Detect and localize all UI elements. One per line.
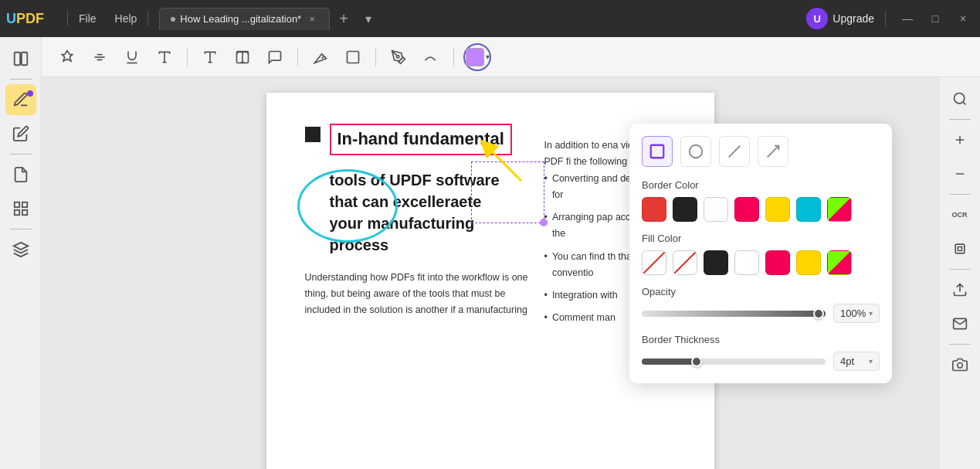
thickness-label: Border Thickness (642, 334, 880, 345)
color-dropdown-arrow: ▾ (486, 53, 490, 61)
underline-tool[interactable] (119, 44, 145, 70)
opacity-value-box[interactable]: 100% ▾ (833, 304, 880, 323)
comment-tool[interactable] (262, 44, 288, 70)
pen-tool[interactable] (385, 44, 412, 70)
sidebar-dot (27, 90, 33, 97)
border-color-multi[interactable] (827, 197, 852, 222)
file-menu[interactable]: File (73, 9, 103, 28)
color-picker-button[interactable]: ▾ (463, 43, 491, 71)
svg-rect-4 (14, 210, 19, 215)
right-sidebar: OCR (938, 77, 980, 469)
shape-selector-row (642, 136, 880, 167)
border-color-white[interactable] (704, 197, 728, 222)
border-color-yellow[interactable] (765, 197, 790, 222)
pdf-body: Understanding how PDFs fit into the work… (305, 270, 529, 319)
fill-color-white[interactable] (734, 250, 759, 275)
fill-color-transparent[interactable] (673, 250, 697, 275)
sidebar-item-organize[interactable] (5, 193, 36, 224)
tab-close-button[interactable]: × (306, 13, 318, 25)
border-color-pink[interactable] (734, 197, 759, 222)
svg-point-31 (957, 363, 962, 369)
fill-color-swatches (642, 250, 880, 275)
opacity-thumb[interactable] (813, 308, 824, 319)
ink-tool[interactable] (418, 44, 444, 70)
toolbar-divider-1 (187, 48, 188, 66)
tab-add-button[interactable]: + (333, 8, 354, 29)
toolbar-divider-3 (375, 48, 376, 66)
pdf-canvas[interactable]: In-hand fundamental tools of UPDF softwa… (42, 77, 938, 469)
mail-sidebar-icon[interactable] (944, 308, 975, 339)
fill-color-yellow[interactable] (796, 250, 821, 275)
sidebar-item-layers[interactable] (5, 234, 36, 265)
thickness-dropdown-arrow[interactable]: ▾ (869, 357, 873, 365)
fill-color-multi[interactable] (827, 250, 852, 275)
bullet-marker-1: • (544, 171, 548, 204)
maximize-button[interactable]: □ (924, 8, 946, 29)
sidebar-item-edit[interactable] (5, 118, 36, 149)
tab-dropdown-button[interactable]: ▾ (358, 8, 379, 29)
tab-area: How Leading ...gitalization* × + ▾ (159, 8, 800, 30)
sidebar-item-annotate[interactable] (5, 84, 36, 115)
upgrade-button[interactable]: U Upgrade (806, 8, 874, 29)
svg-line-23 (768, 146, 779, 158)
border-color-swatches (642, 197, 880, 222)
bullet-marker-3: • (544, 249, 548, 282)
pdf-left-column: In-hand fundamental tools of UPDF softwa… (305, 124, 529, 333)
ocr-sidebar-icon[interactable]: OCR (944, 199, 975, 230)
svg-point-24 (954, 93, 964, 104)
menu-bar: File Help (73, 9, 143, 28)
circle-shape-btn[interactable] (680, 136, 711, 167)
zoom-minus-sidebar-icon[interactable] (944, 158, 975, 189)
border-color-cyan[interactable] (796, 197, 821, 222)
help-menu[interactable]: Help (109, 9, 144, 28)
sidebar-item-pages[interactable] (5, 159, 36, 190)
logo-pdf: PDF (16, 11, 44, 26)
text-type-tool[interactable] (151, 44, 178, 70)
fill-color-black[interactable] (704, 250, 728, 275)
camera-sidebar-icon[interactable] (944, 349, 975, 380)
scan-sidebar-icon[interactable] (944, 233, 975, 264)
sidebar-item-reader[interactable] (5, 43, 36, 74)
highlight-tool[interactable] (54, 44, 80, 70)
rsidebar-divider-3 (949, 269, 971, 270)
border-color-red[interactable] (642, 197, 666, 222)
search-sidebar-icon[interactable] (944, 83, 975, 114)
border-color-black[interactable] (673, 197, 697, 222)
rectangle-shape-btn[interactable] (642, 136, 673, 167)
left-sidebar (0, 37, 42, 469)
active-tab[interactable]: How Leading ...gitalization* × (159, 8, 330, 30)
close-button[interactable]: × (952, 8, 974, 29)
svg-rect-20 (651, 145, 664, 158)
pdf-columns: In-hand fundamental tools of UPDF softwa… (305, 124, 676, 333)
thickness-value-box[interactable]: 4pt ▾ (833, 352, 880, 371)
main-layout: ▾ In-hand funda (0, 37, 980, 469)
arrow-shape-btn[interactable] (758, 136, 788, 167)
thickness-thumb[interactable] (691, 356, 702, 367)
shape-tool[interactable] (340, 44, 366, 70)
opacity-dropdown-arrow[interactable]: ▾ (869, 309, 873, 318)
minimize-button[interactable]: — (897, 8, 918, 29)
line-shape-btn[interactable] (719, 136, 750, 167)
strikethrough-tool[interactable] (86, 44, 113, 70)
opacity-row: 100% ▾ (642, 304, 880, 323)
fill-color-pink[interactable] (765, 250, 790, 275)
zoom-plus-sidebar-icon[interactable] (944, 124, 975, 155)
thickness-section: Border Thickness 4pt ▾ (642, 334, 880, 371)
tab-indicator (171, 17, 175, 22)
heading-border-box: In-hand fundamental (330, 124, 512, 155)
thickness-slider[interactable] (642, 359, 826, 365)
rsidebar-divider-1 (949, 119, 971, 120)
text-format-tool[interactable] (229, 44, 256, 70)
text-box-tool[interactable] (197, 44, 223, 70)
color-picker-popup: Border Color Fill Color (629, 124, 892, 383)
opacity-value: 100% (840, 308, 866, 319)
sidebar-divider-2 (10, 154, 32, 155)
rsidebar-divider-4 (949, 344, 971, 345)
draw-tool[interactable] (307, 44, 334, 70)
share-sidebar-icon[interactable] (944, 274, 975, 305)
bullet-marker-5: • (544, 310, 548, 326)
user-avatar: U (806, 8, 828, 29)
opacity-slider[interactable] (642, 311, 826, 317)
toolbar-divider-4 (453, 48, 454, 66)
fill-color-transparent-slash[interactable] (642, 250, 666, 275)
